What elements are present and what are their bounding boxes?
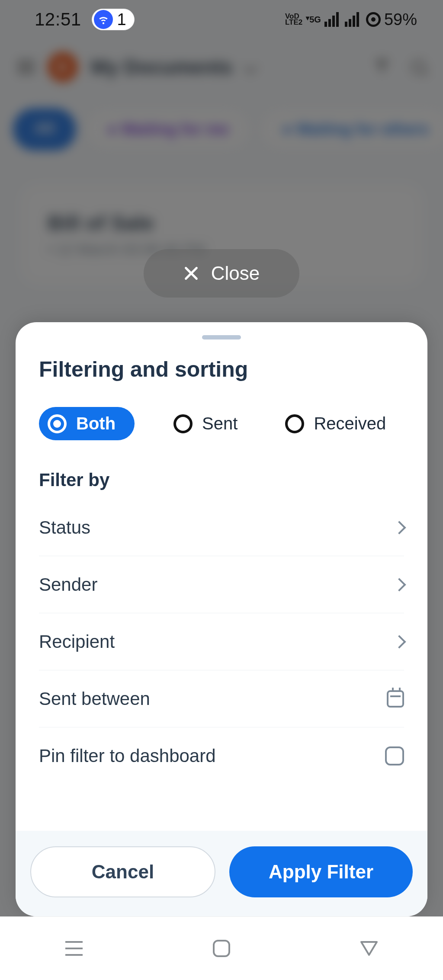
- home-icon: [213, 940, 230, 957]
- signal-bars-1: [324, 12, 339, 27]
- sheet-title: Filtering and sorting: [39, 357, 404, 382]
- close-icon: [183, 266, 199, 281]
- notification-count: 1: [117, 10, 126, 29]
- filter-row-sent-between[interactable]: Sent between: [39, 670, 404, 727]
- cancel-button[interactable]: Cancel: [30, 846, 215, 897]
- checkbox[interactable]: [385, 746, 404, 765]
- radio-both[interactable]: Both: [39, 407, 135, 440]
- recents-icon: [65, 941, 83, 956]
- apply-filter-button-label: Apply Filter: [269, 861, 373, 883]
- notification-pill: 1: [92, 9, 135, 30]
- system-nav-bar: [0, 916, 443, 980]
- filter-row-status-label: Status: [39, 517, 90, 538]
- filter-row-sender[interactable]: Sender: [39, 556, 404, 613]
- filter-row-recipient[interactable]: Recipient: [39, 613, 404, 670]
- chevron-right-icon: [392, 521, 406, 534]
- sheet-footer: Cancel Apply Filter: [16, 831, 427, 916]
- filter-row-recipient-label: Recipient: [39, 631, 115, 652]
- direction-radio-group: Both Sent Received: [39, 407, 404, 440]
- signal-bars-2: [345, 12, 359, 27]
- radio-received-label: Received: [314, 414, 386, 433]
- filter-row-pin[interactable]: Pin filter to dashboard: [39, 727, 404, 785]
- radio-sent-label: Sent: [202, 414, 238, 433]
- network-5g: ▾5G: [306, 15, 321, 25]
- back-icon: [360, 940, 379, 957]
- close-toast[interactable]: Close: [144, 249, 299, 298]
- filter-row-sent-between-label: Sent between: [39, 689, 150, 709]
- filter-bottom-sheet: Filtering and sorting Both Sent Received…: [16, 322, 427, 916]
- apply-filter-button[interactable]: Apply Filter: [229, 846, 413, 897]
- nav-home-button[interactable]: [211, 938, 232, 959]
- wifi-icon: [94, 10, 113, 29]
- nav-recents-button[interactable]: [63, 938, 85, 959]
- close-label: Close: [211, 263, 260, 284]
- calendar-icon: [387, 690, 404, 708]
- chevron-right-icon: [392, 578, 406, 591]
- cancel-button-label: Cancel: [92, 861, 154, 883]
- radio-both-label: Both: [76, 414, 116, 433]
- chevron-right-icon: [392, 635, 406, 648]
- battery-ring-icon: [366, 12, 381, 27]
- filter-row-status[interactable]: Status: [39, 499, 404, 556]
- radio-icon: [173, 414, 193, 433]
- status-bar: 12:51 1 VoD LTE2 ▾5G 59%: [0, 0, 443, 39]
- svg-marker-0: [361, 942, 377, 955]
- sheet-drag-handle[interactable]: [202, 335, 241, 339]
- battery-percentage: 59%: [384, 10, 417, 29]
- radio-icon: [285, 414, 304, 433]
- radio-received[interactable]: Received: [285, 414, 386, 433]
- radio-icon: [48, 414, 67, 433]
- filter-row-pin-label: Pin filter to dashboard: [39, 746, 216, 766]
- volte-indicator: VoD LTE2: [285, 13, 302, 26]
- status-time: 12:51: [35, 9, 81, 30]
- nav-back-button[interactable]: [358, 938, 380, 959]
- radio-sent[interactable]: Sent: [173, 414, 238, 433]
- filter-by-label: Filter by: [39, 470, 404, 490]
- filter-row-sender-label: Sender: [39, 574, 97, 595]
